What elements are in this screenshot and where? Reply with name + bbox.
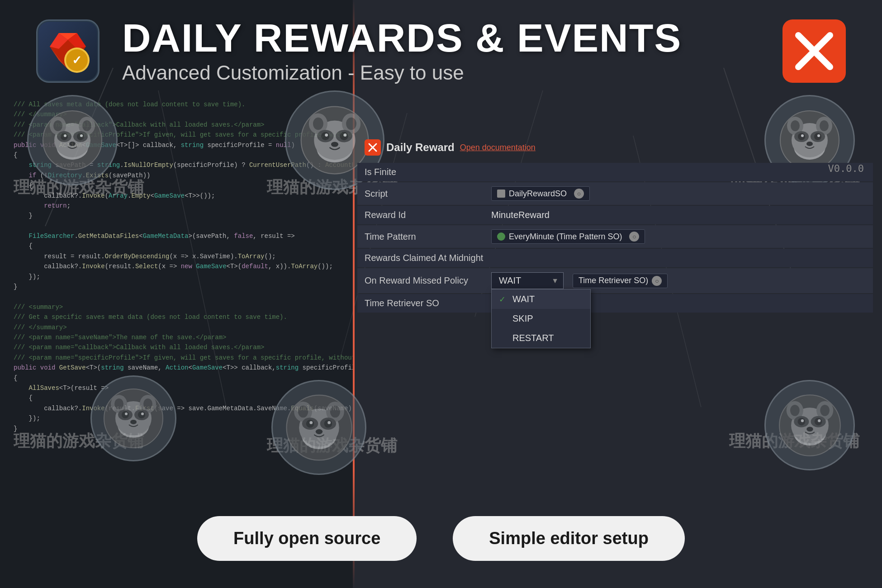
divider-line xyxy=(353,0,355,588)
row-time-pattern: Time Pattern EveryMinute (Time Pattern S… xyxy=(357,225,873,248)
dropdown-item-skip-label: SKIP xyxy=(512,313,533,324)
svg-point-66 xyxy=(141,413,144,415)
dr-open-doc[interactable]: Open documentation xyxy=(460,143,536,152)
app-icon: ✓ xyxy=(36,19,100,83)
svg-point-94 xyxy=(818,419,820,422)
dr-title: Daily Reward xyxy=(386,141,455,154)
dropdown-menu: ✓ WAIT SKIP RESTART xyxy=(491,289,591,348)
svg-point-73 xyxy=(298,405,308,417)
inspector-panel: Daily Reward Open documentation Is Finit… xyxy=(357,136,873,313)
row-label-reward-id: Reward Id xyxy=(365,210,491,220)
svg-point-67 xyxy=(130,420,137,424)
dropdown-selected[interactable]: WAIT ▼ xyxy=(491,272,564,289)
row-value-time-pattern: EveryMinute (Time Pattern SO) ○ xyxy=(491,229,645,244)
dropdown-selected-text: WAIT xyxy=(499,275,521,285)
row-rewards-claimed: Rewards Claimed At Midnight xyxy=(357,249,873,267)
svg-point-74 xyxy=(330,405,340,417)
svg-text:✓: ✓ xyxy=(72,53,82,67)
sub-title: Advanced Customization - Easy to use xyxy=(122,62,782,84)
time-retriever-value: Time Retriever SO) ○ xyxy=(573,274,668,288)
simple-editor-setup-button[interactable]: Simple editor setup xyxy=(453,516,685,561)
svg-point-32 xyxy=(346,118,356,130)
svg-point-87 xyxy=(790,404,800,416)
row-script: Script DailyRewardSO ○ xyxy=(357,182,873,205)
dropdown-item-wait[interactable]: ✓ WAIT xyxy=(492,289,590,309)
row-time-retriever: Time Retriever SO xyxy=(357,294,873,313)
svg-point-93 xyxy=(801,419,803,422)
dr-header-row: Daily Reward Open documentation xyxy=(357,136,873,159)
row-on-reward-missed: On Reward Missed Policy WAIT ▼ ✓ WAIT SK… xyxy=(357,268,873,293)
svg-point-39 xyxy=(331,142,338,147)
svg-point-95 xyxy=(806,427,813,431)
svg-point-59 xyxy=(114,398,123,409)
script-value: DailyRewardSO xyxy=(509,189,567,199)
time-pattern-icon xyxy=(497,232,505,241)
title-area: DAILY REWARDS & EVENTS Advanced Customiz… xyxy=(122,18,782,84)
svg-point-60 xyxy=(143,398,152,409)
row-label-time-retriever: Time Retriever SO xyxy=(365,298,491,308)
row-label-rewards-claimed: Rewards Claimed At Midnight xyxy=(365,253,491,263)
x-logo xyxy=(782,19,846,83)
svg-point-81 xyxy=(315,429,322,434)
raccoon-circle-5 xyxy=(271,380,366,475)
svg-point-23 xyxy=(64,134,66,137)
dropdown-item-restart[interactable]: RESTART xyxy=(492,328,590,348)
dropdown-container: WAIT ▼ ✓ WAIT SKIP RESTART xyxy=(491,272,564,289)
time-retriever-text: Time Retriever SO) xyxy=(579,276,648,285)
script-circle-btn[interactable]: ○ xyxy=(574,189,584,199)
svg-point-65 xyxy=(125,413,128,415)
version-label: V0.0.0 xyxy=(828,163,864,174)
svg-point-17 xyxy=(53,120,62,131)
script-icon xyxy=(497,190,505,198)
raccoon-circle-6 xyxy=(764,380,855,470)
row-reward-id: Reward Id MinuteReward xyxy=(357,206,873,224)
raccoon-circle-1 xyxy=(27,95,118,185)
dropdown-item-restart-label: RESTART xyxy=(512,333,554,343)
header: ✓ DAILY REWARDS & EVENTS Advanced Custom… xyxy=(0,18,882,84)
row-label-time-pattern: Time Pattern xyxy=(365,232,491,242)
row-value-reward-id: MinuteReward xyxy=(491,210,550,220)
dropdown-arrow-icon: ▼ xyxy=(551,277,559,285)
check-mark-wait: ✓ xyxy=(499,294,508,304)
row-label-script: Script xyxy=(365,189,491,199)
svg-point-79 xyxy=(309,421,313,424)
svg-point-24 xyxy=(80,134,83,137)
fully-open-source-button[interactable]: Fully open source xyxy=(197,516,417,561)
bottom-buttons: Fully open source Simple editor setup xyxy=(0,516,882,561)
svg-point-31 xyxy=(313,118,323,130)
code-background: /// All saves meta data (does not load c… xyxy=(0,0,353,588)
main-title: DAILY REWARDS & EVENTS xyxy=(122,18,782,58)
svg-point-18 xyxy=(82,120,91,131)
svg-point-37 xyxy=(325,133,328,137)
raccoon-circle-4 xyxy=(90,375,176,461)
svg-point-38 xyxy=(343,133,346,137)
time-pattern-circle-btn[interactable]: ○ xyxy=(629,232,639,242)
dropdown-item-wait-label: WAIT xyxy=(512,294,535,304)
row-is-finite: Is Finite xyxy=(357,163,873,181)
svg-point-45 xyxy=(791,120,800,131)
row-value-script: DailyRewardSO ○ xyxy=(491,186,590,201)
time-pattern-value: EveryMinute (Time Pattern SO) xyxy=(509,232,622,242)
svg-point-80 xyxy=(327,421,331,424)
time-retriever-circle-btn[interactable]: ○ xyxy=(652,276,662,286)
dr-icon xyxy=(365,139,381,156)
row-label-is-finite: Is Finite xyxy=(365,167,491,177)
svg-point-88 xyxy=(820,404,830,416)
svg-point-46 xyxy=(820,120,829,131)
dropdown-item-skip[interactable]: SKIP xyxy=(492,309,590,328)
svg-point-25 xyxy=(69,142,76,146)
row-label-on-reward-missed: On Reward Missed Policy xyxy=(365,275,491,286)
